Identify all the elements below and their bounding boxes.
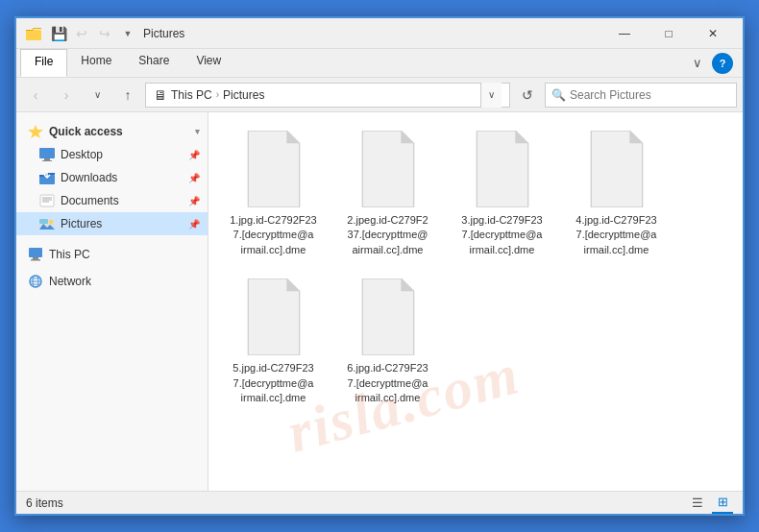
- title-bar-icon: [24, 24, 43, 43]
- quick-access-label: Quick access: [49, 125, 123, 138]
- address-bar: ‹ › ∨ ↑ 🖥 This PC › Pictures ∨ ↺ 🔍: [16, 78, 743, 112]
- svg-rect-15: [29, 248, 42, 257]
- sidebar-item-quick-access[interactable]: Quick access ▾: [16, 120, 208, 143]
- svg-rect-7: [40, 195, 54, 206]
- title-bar: 💾 ↩ ↪ ▼ Pictures — □ ✕: [16, 18, 743, 49]
- file-name: 1.jpg.id-C2792F23 7.[decrypttme@a irmail…: [230, 213, 317, 257]
- status-icons: ☰ ⊞: [687, 493, 733, 514]
- up-button[interactable]: ↑: [114, 82, 141, 109]
- help-icon[interactable]: ?: [712, 53, 733, 74]
- sidebar-item-pictures[interactable]: Pictures 📌: [16, 212, 208, 235]
- back-button[interactable]: ‹: [22, 82, 49, 109]
- svg-point-14: [49, 220, 53, 224]
- desktop-pin-icon: 📌: [188, 150, 200, 160]
- file-item[interactable]: 3.jpg.id-C279F23 7.[decrypttme@a irmail.…: [447, 122, 557, 266]
- search-icon: 🔍: [551, 88, 566, 102]
- refresh-button[interactable]: ↺: [514, 82, 541, 109]
- svg-marker-2: [28, 125, 43, 138]
- file-icon: [239, 278, 308, 355]
- file-item[interactable]: 5.jpg.id-C279F23 7.[decrypttme@a irmail.…: [218, 270, 329, 414]
- dropdown-icon[interactable]: ▼: [118, 24, 137, 43]
- undo-icon[interactable]: ↩: [72, 24, 91, 43]
- quick-access-icon: [28, 124, 43, 139]
- save-icon[interactable]: 💾: [49, 24, 68, 43]
- sidebar-item-network[interactable]: Network: [16, 270, 208, 293]
- address-path[interactable]: 🖥 This PC › Pictures ∨: [145, 83, 510, 108]
- minimize-button[interactable]: —: [602, 18, 647, 49]
- sidebar-item-downloads[interactable]: Downloads 📌: [16, 166, 208, 189]
- sidebar-item-documents[interactable]: Documents 📌: [16, 189, 208, 212]
- menu-tab-file[interactable]: File: [20, 49, 67, 77]
- sidebar-item-desktop[interactable]: Desktop 📌: [16, 143, 208, 166]
- menu-tab-home[interactable]: Home: [67, 49, 125, 77]
- file-name: 2.jpeg.id-C279F2 37.[decrypttme@ airmail…: [347, 213, 428, 257]
- svg-rect-1: [26, 31, 41, 40]
- folder-icon: [26, 26, 41, 41]
- menu-bar: FileHomeShareView ∨ ?: [16, 49, 743, 78]
- menu-tabs: FileHomeShareView: [20, 49, 234, 77]
- collapse-ribbon-icon[interactable]: ∨: [687, 53, 708, 74]
- path-this-pc[interactable]: This PC: [171, 88, 212, 102]
- path-pictures[interactable]: Pictures: [223, 88, 264, 102]
- file-icon: [354, 131, 423, 207]
- documents-label: Documents: [61, 194, 119, 207]
- main-content: Quick access ▾ Desktop 📌: [16, 112, 743, 491]
- path-pc-icon: 🖥: [154, 87, 167, 103]
- downloads-icon: [39, 170, 55, 185]
- file-name: 5.jpg.id-C279F23 7.[decrypttme@a irmail.…: [233, 361, 313, 405]
- path-dropdown-button[interactable]: ∨: [480, 83, 502, 108]
- downloads-label: Downloads: [61, 171, 117, 184]
- pictures-pin-icon: 📌: [188, 219, 200, 230]
- this-pc-label: This PC: [49, 248, 90, 261]
- downloads-pin-icon: 📌: [188, 173, 200, 183]
- file-item[interactable]: 1.jpg.id-C2792F23 7.[decrypttme@a irmail…: [218, 122, 329, 266]
- network-label: Network: [49, 275, 91, 288]
- file-item[interactable]: 2.jpeg.id-C279F2 37.[decrypttme@ airmail…: [332, 122, 443, 266]
- file-name: 6.jpg.id-C279F23 7.[decrypttme@a irmail.…: [347, 361, 428, 405]
- svg-rect-5: [42, 160, 52, 161]
- svg-rect-17: [31, 259, 40, 261]
- maximize-button[interactable]: □: [647, 18, 691, 49]
- path-sep1: ›: [216, 89, 219, 100]
- file-icon: [582, 131, 651, 207]
- quick-access-expand: ▾: [195, 127, 200, 136]
- title-bar-quicksave: 💾 ↩ ↪ ▼: [49, 24, 137, 43]
- search-input[interactable]: [570, 88, 730, 102]
- sidebar: Quick access ▾ Desktop 📌: [16, 112, 208, 491]
- pictures-label: Pictures: [61, 217, 102, 230]
- svg-rect-16: [33, 257, 38, 259]
- network-icon: [28, 274, 43, 289]
- desktop-label: Desktop: [61, 148, 103, 161]
- this-pc-icon: [28, 247, 43, 262]
- status-bar: 6 items ☰ ⊞: [16, 491, 743, 514]
- dropdown-recent-button[interactable]: ∨: [84, 82, 110, 109]
- grid-view-icon[interactable]: ⊞: [712, 493, 733, 514]
- file-item[interactable]: 4.jpg.id-C279F23 7.[decrypttme@a irmail.…: [561, 122, 672, 266]
- documents-pin-icon: 📌: [188, 196, 200, 206]
- menu-bar-right: ∨ ?: [687, 53, 739, 74]
- documents-icon: [39, 193, 55, 208]
- file-icon: [354, 278, 423, 355]
- menu-tab-view[interactable]: View: [183, 49, 234, 77]
- close-button[interactable]: ✕: [691, 18, 735, 49]
- desktop-icon: [39, 147, 55, 162]
- title-bar-title: Pictures: [143, 27, 602, 40]
- redo-icon[interactable]: ↪: [95, 24, 114, 43]
- sidebar-item-this-pc[interactable]: This PC: [16, 243, 208, 266]
- svg-rect-3: [39, 148, 55, 158]
- status-text: 6 items: [26, 496, 63, 510]
- title-bar-controls: — □ ✕: [602, 18, 735, 49]
- file-name: 4.jpg.id-C279F23 7.[decrypttme@a irmail.…: [575, 213, 656, 257]
- pictures-icon: [39, 216, 55, 231]
- list-view-icon[interactable]: ☰: [687, 493, 708, 514]
- explorer-window: risla.com 💾 ↩ ↪ ▼ Pictures — □ ✕ FileHom…: [14, 16, 745, 516]
- file-name: 3.jpg.id-C279F23 7.[decrypttme@a irmail.…: [461, 213, 542, 257]
- forward-button[interactable]: ›: [53, 82, 80, 109]
- svg-rect-4: [44, 158, 50, 160]
- search-box[interactable]: 🔍: [545, 83, 737, 108]
- menu-tab-share[interactable]: Share: [125, 49, 183, 77]
- file-item[interactable]: 6.jpg.id-C279F23 7.[decrypttme@a irmail.…: [332, 270, 443, 414]
- file-area: 1.jpg.id-C2792F23 7.[decrypttme@a irmail…: [208, 112, 743, 491]
- sidebar-spacer1: [16, 235, 208, 243]
- svg-rect-12: [39, 219, 48, 224]
